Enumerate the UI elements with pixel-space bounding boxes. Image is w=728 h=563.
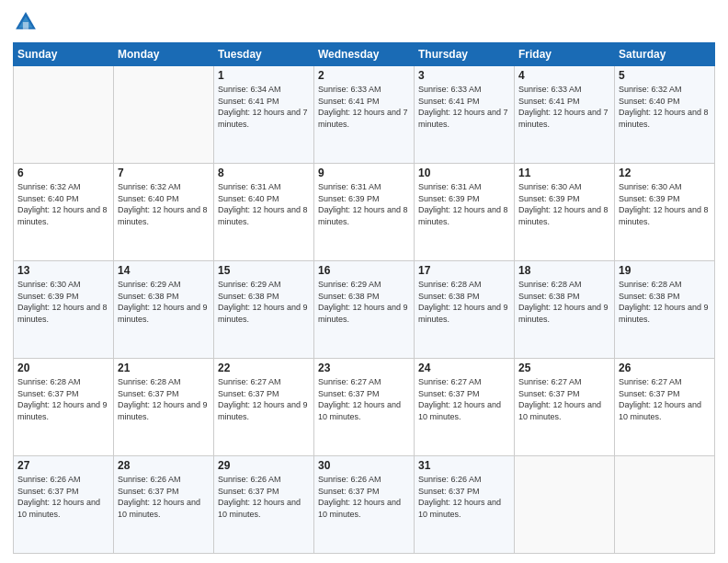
day-number: 31 (418, 459, 510, 472)
day-cell: 13Sunrise: 6:30 AMSunset: 6:39 PMDayligh… (14, 261, 114, 359)
day-detail: Sunrise: 6:28 AMSunset: 6:38 PMDaylight:… (518, 279, 610, 325)
day-detail: Sunrise: 6:33 AMSunset: 6:41 PMDaylight:… (318, 84, 410, 130)
day-detail: Sunrise: 6:30 AMSunset: 6:39 PMDaylight:… (17, 279, 109, 325)
day-detail: Sunrise: 6:27 AMSunset: 6:37 PMDaylight:… (418, 376, 510, 422)
day-detail: Sunrise: 6:33 AMSunset: 6:41 PMDaylight:… (418, 84, 510, 130)
calendar-body: 1Sunrise: 6:34 AMSunset: 6:41 PMDaylight… (14, 66, 715, 554)
day-header-saturday: Saturday (615, 43, 715, 66)
day-cell: 7Sunrise: 6:32 AMSunset: 6:40 PMDaylight… (114, 164, 214, 261)
day-detail: Sunrise: 6:31 AMSunset: 6:39 PMDaylight:… (318, 181, 410, 227)
day-detail: Sunrise: 6:26 AMSunset: 6:37 PMDaylight:… (418, 474, 510, 520)
page: SundayMondayTuesdayWednesdayThursdayFrid… (0, 0, 728, 563)
day-cell: 15Sunrise: 6:29 AMSunset: 6:38 PMDayligh… (214, 261, 314, 359)
day-number: 11 (518, 167, 610, 179)
week-row-5: 27Sunrise: 6:26 AMSunset: 6:37 PMDayligh… (14, 456, 715, 554)
day-number: 5 (619, 69, 711, 82)
day-number: 1 (218, 69, 310, 82)
day-header-wednesday: Wednesday (314, 43, 415, 66)
day-cell: 12Sunrise: 6:30 AMSunset: 6:39 PMDayligh… (615, 164, 715, 261)
day-detail: Sunrise: 6:27 AMSunset: 6:37 PMDaylight:… (318, 376, 410, 422)
day-cell: 9Sunrise: 6:31 AMSunset: 6:39 PMDaylight… (314, 164, 415, 261)
day-header-sunday: Sunday (14, 43, 114, 66)
day-number: 24 (418, 362, 510, 374)
week-row-3: 13Sunrise: 6:30 AMSunset: 6:39 PMDayligh… (14, 261, 715, 359)
day-number: 28 (118, 459, 210, 472)
day-number: 2 (318, 69, 410, 82)
day-detail: Sunrise: 6:27 AMSunset: 6:37 PMDaylight:… (619, 376, 711, 422)
day-detail: Sunrise: 6:31 AMSunset: 6:40 PMDaylight:… (218, 181, 310, 227)
day-cell: 17Sunrise: 6:28 AMSunset: 6:38 PMDayligh… (415, 261, 515, 359)
day-cell: 16Sunrise: 6:29 AMSunset: 6:38 PMDayligh… (314, 261, 415, 359)
day-detail: Sunrise: 6:26 AMSunset: 6:37 PMDaylight:… (318, 474, 410, 520)
day-cell: 21Sunrise: 6:28 AMSunset: 6:37 PMDayligh… (114, 359, 214, 456)
day-detail: Sunrise: 6:30 AMSunset: 6:39 PMDaylight:… (518, 181, 610, 227)
day-cell: 11Sunrise: 6:30 AMSunset: 6:39 PMDayligh… (515, 164, 615, 261)
logo-icon (13, 9, 39, 35)
day-header-tuesday: Tuesday (214, 43, 314, 66)
day-number: 16 (318, 264, 410, 277)
day-number: 9 (318, 167, 410, 179)
day-cell: 23Sunrise: 6:27 AMSunset: 6:37 PMDayligh… (314, 359, 415, 456)
day-cell: 2Sunrise: 6:33 AMSunset: 6:41 PMDaylight… (314, 66, 415, 164)
day-number: 14 (118, 264, 210, 277)
day-cell: 22Sunrise: 6:27 AMSunset: 6:37 PMDayligh… (214, 359, 314, 456)
day-cell: 5Sunrise: 6:32 AMSunset: 6:40 PMDaylight… (615, 66, 715, 164)
logo (13, 9, 42, 35)
day-cell (615, 456, 715, 554)
day-detail: Sunrise: 6:28 AMSunset: 6:37 PMDaylight:… (118, 376, 210, 422)
day-cell: 26Sunrise: 6:27 AMSunset: 6:37 PMDayligh… (615, 359, 715, 456)
day-detail: Sunrise: 6:33 AMSunset: 6:41 PMDaylight:… (518, 84, 610, 130)
day-detail: Sunrise: 6:29 AMSunset: 6:38 PMDaylight:… (218, 279, 310, 325)
day-detail: Sunrise: 6:34 AMSunset: 6:41 PMDaylight:… (218, 84, 310, 130)
week-row-4: 20Sunrise: 6:28 AMSunset: 6:37 PMDayligh… (14, 359, 715, 456)
day-number: 25 (518, 362, 610, 374)
calendar-table: SundayMondayTuesdayWednesdayThursdayFrid… (13, 42, 715, 554)
day-detail: Sunrise: 6:27 AMSunset: 6:37 PMDaylight:… (518, 376, 610, 422)
day-number: 8 (218, 167, 310, 179)
day-number: 20 (17, 362, 109, 374)
day-detail: Sunrise: 6:27 AMSunset: 6:37 PMDaylight:… (218, 376, 310, 422)
day-detail: Sunrise: 6:29 AMSunset: 6:38 PMDaylight:… (318, 279, 410, 325)
day-detail: Sunrise: 6:28 AMSunset: 6:38 PMDaylight:… (418, 279, 510, 325)
svg-rect-2 (23, 22, 28, 29)
day-cell: 14Sunrise: 6:29 AMSunset: 6:38 PMDayligh… (114, 261, 214, 359)
day-number: 22 (218, 362, 310, 374)
day-number: 26 (619, 362, 711, 374)
week-row-2: 6Sunrise: 6:32 AMSunset: 6:40 PMDaylight… (14, 164, 715, 261)
day-cell: 6Sunrise: 6:32 AMSunset: 6:40 PMDaylight… (14, 164, 114, 261)
day-detail: Sunrise: 6:26 AMSunset: 6:37 PMDaylight:… (118, 474, 210, 520)
day-header-friday: Friday (515, 43, 615, 66)
day-number: 10 (418, 167, 510, 179)
day-detail: Sunrise: 6:28 AMSunset: 6:38 PMDaylight:… (619, 279, 711, 325)
day-detail: Sunrise: 6:29 AMSunset: 6:38 PMDaylight:… (118, 279, 210, 325)
day-number: 29 (218, 459, 310, 472)
day-number: 18 (518, 264, 610, 277)
day-number: 13 (17, 264, 109, 277)
header-row: SundayMondayTuesdayWednesdayThursdayFrid… (14, 43, 715, 66)
day-number: 19 (619, 264, 711, 277)
day-cell: 10Sunrise: 6:31 AMSunset: 6:39 PMDayligh… (415, 164, 515, 261)
day-detail: Sunrise: 6:30 AMSunset: 6:39 PMDaylight:… (619, 181, 711, 227)
day-header-monday: Monday (114, 43, 214, 66)
day-number: 6 (17, 167, 109, 179)
day-cell (14, 66, 114, 164)
day-detail: Sunrise: 6:26 AMSunset: 6:37 PMDaylight:… (218, 474, 310, 520)
day-number: 12 (619, 167, 711, 179)
day-cell: 25Sunrise: 6:27 AMSunset: 6:37 PMDayligh… (515, 359, 615, 456)
day-cell: 24Sunrise: 6:27 AMSunset: 6:37 PMDayligh… (415, 359, 515, 456)
day-cell (114, 66, 214, 164)
week-row-1: 1Sunrise: 6:34 AMSunset: 6:41 PMDaylight… (14, 66, 715, 164)
day-number: 21 (118, 362, 210, 374)
day-cell: 1Sunrise: 6:34 AMSunset: 6:41 PMDaylight… (214, 66, 314, 164)
calendar-header: SundayMondayTuesdayWednesdayThursdayFrid… (14, 43, 715, 66)
day-number: 3 (418, 69, 510, 82)
day-cell: 19Sunrise: 6:28 AMSunset: 6:38 PMDayligh… (615, 261, 715, 359)
day-cell: 27Sunrise: 6:26 AMSunset: 6:37 PMDayligh… (14, 456, 114, 554)
day-cell: 8Sunrise: 6:31 AMSunset: 6:40 PMDaylight… (214, 164, 314, 261)
day-header-thursday: Thursday (415, 43, 515, 66)
day-number: 15 (218, 264, 310, 277)
day-number: 23 (318, 362, 410, 374)
day-detail: Sunrise: 6:26 AMSunset: 6:37 PMDaylight:… (17, 474, 109, 520)
day-number: 27 (17, 459, 109, 472)
day-number: 30 (318, 459, 410, 472)
